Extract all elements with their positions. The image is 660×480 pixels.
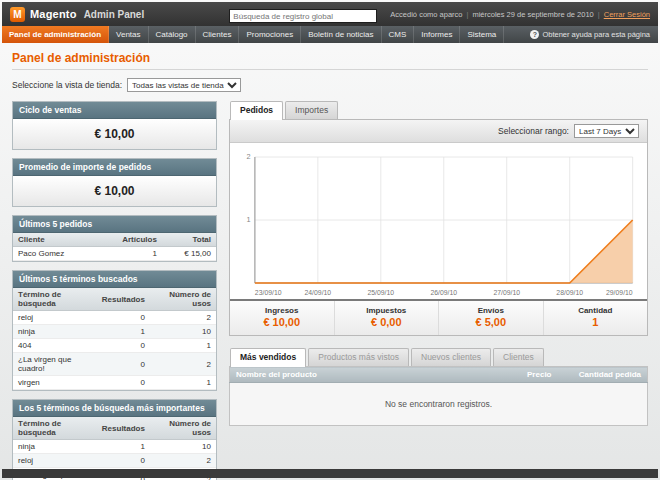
column-header: Precio xyxy=(488,367,558,383)
cell-results: 0 xyxy=(97,454,150,468)
stat-envios: Envíos € 5,00 xyxy=(439,301,544,335)
nav-item-clientes[interactable]: Clientes xyxy=(196,26,240,43)
table-row[interactable]: reloj 0 2 xyxy=(13,454,216,468)
range-bar: Seleccionar rango: Last 7 Days xyxy=(230,120,647,143)
lifetime-sales-value: € 10,00 xyxy=(13,119,216,149)
nav-item-cms[interactable]: CMS xyxy=(382,26,415,43)
nav-item-promociones[interactable]: Promociones xyxy=(239,26,301,43)
cell-uses: 10 xyxy=(150,440,216,454)
cell-term: reloj xyxy=(13,454,97,468)
last-search-table: Término de búsqueda Resultados Número de… xyxy=(13,288,216,390)
header-user-info: Accedió como aparco | miércoles 29 de se… xyxy=(390,10,650,19)
stat-impuestos: Impuestos € 0,00 xyxy=(335,301,440,335)
stat-value: € 10,00 xyxy=(230,316,334,328)
nav-item-dashboard[interactable]: Panel de administración xyxy=(2,26,109,43)
svg-text:24/09/10: 24/09/10 xyxy=(305,289,332,296)
table-row[interactable]: reloj 0 2 xyxy=(13,311,216,325)
global-search-input[interactable] xyxy=(229,9,377,23)
cell-results: 0 xyxy=(97,339,150,353)
column-header: Resultados xyxy=(97,417,150,440)
cell-term: ninja xyxy=(13,325,97,339)
table-row[interactable]: Paco Gomez 1 € 15,00 xyxy=(13,247,216,261)
last-search-card: Últimos 5 términos buscados Término de b… xyxy=(12,270,217,391)
content-area: Panel de administración Seleccione la vi… xyxy=(2,43,658,480)
cell-results: 0 xyxy=(97,311,150,325)
column-header: Número de usos xyxy=(150,288,216,311)
cell-uses: 2 xyxy=(150,311,216,325)
orders-chart: 1223/09/1024/09/1025/09/1026/09/1027/09/… xyxy=(230,143,647,299)
cell-customer: Paco Gomez xyxy=(13,247,96,261)
column-header: Nombre del producto xyxy=(230,367,488,383)
help-icon: ? xyxy=(530,30,539,39)
nav-item-ventas[interactable]: Ventas xyxy=(109,26,148,43)
table-header-row: Término de búsqueda Resultados Número de… xyxy=(13,288,216,311)
cell-uses: 10 xyxy=(150,325,216,339)
cell-results: 0 xyxy=(97,353,150,376)
table-row[interactable]: ninja 1 10 xyxy=(13,440,216,454)
nav-item-catalogo[interactable]: Catálogo xyxy=(149,26,196,43)
last-orders-title: Últimos 5 pedidos xyxy=(13,216,216,233)
totals-row: Ingresos € 10,00 Impuestos € 0,00 Envíos… xyxy=(230,299,647,335)
nav-item-informes[interactable]: Informes xyxy=(414,26,460,43)
orders-chart-panel: Seleccionar rango: Last 7 Days 1223/09/1… xyxy=(229,119,648,336)
cell-term: reloj xyxy=(13,311,97,325)
nav-item-sistema[interactable]: Sistema xyxy=(460,26,504,43)
table-header-row: Cliente Artículos Total xyxy=(13,233,216,247)
orders-chart-svg: 1223/09/1024/09/1025/09/1026/09/1027/09/… xyxy=(238,149,639,299)
column-header: Cliente xyxy=(13,233,96,247)
table-row[interactable]: virgen 0 1 xyxy=(13,376,216,390)
main-nav: Panel de administración Ventas Catálogo … xyxy=(2,26,658,43)
brand-name: Magento xyxy=(30,8,77,20)
cell-results: 1 xyxy=(97,325,150,339)
global-search xyxy=(229,5,377,24)
empty-row: No se encontraron registros. xyxy=(230,383,648,426)
stat-label: Envíos xyxy=(439,306,543,315)
svg-text:1: 1 xyxy=(247,216,251,225)
column-header: Cantidad pedida xyxy=(558,367,648,383)
range-label: Seleccionar rango: xyxy=(498,126,569,136)
tab-nuevos-clientes[interactable]: Nuevos clientes xyxy=(411,348,491,366)
page-title: Panel de administración xyxy=(12,51,648,70)
nav-item-boletin[interactable]: Boletín de noticias xyxy=(301,26,381,43)
cell-results: 0 xyxy=(97,376,150,390)
svg-text:29/09/10: 29/09/10 xyxy=(606,289,633,296)
stat-value: € 5,00 xyxy=(439,316,543,328)
table-header-row: Término de búsqueda Resultados Número de… xyxy=(13,417,216,440)
page-help-link[interactable]: ? Obtener ayuda para esta página xyxy=(522,26,658,43)
dashboard-columns: Ciclo de ventas € 10,00 Promedio de impo… xyxy=(12,101,648,480)
cell-uses: 2 xyxy=(150,454,216,468)
cell-uses: 1 xyxy=(150,376,216,390)
stat-label: Cantidad xyxy=(544,306,648,315)
range-select[interactable]: Last 7 Days xyxy=(574,124,639,138)
column-header: Artículos xyxy=(96,233,162,247)
tab-clientes[interactable]: Clientes xyxy=(493,348,544,366)
tab-pedidos[interactable]: Pedidos xyxy=(230,101,283,120)
last-search-title: Últimos 5 términos buscados xyxy=(13,271,216,288)
separator: | xyxy=(466,10,468,19)
logout-link[interactable]: Cerrar Sesión xyxy=(604,10,650,19)
table-row[interactable]: 404 0 1 xyxy=(13,339,216,353)
cell-items: 1 xyxy=(96,247,162,261)
logged-in-as: Accedió como aparco xyxy=(390,10,462,19)
stat-label: Ingresos xyxy=(230,306,334,315)
last-orders-card: Últimos 5 pedidos Cliente Artículos Tota… xyxy=(12,215,217,262)
store-view-row: Seleccione la vista de tienda: Todas las… xyxy=(12,78,648,92)
current-date: miércoles 29 de septiembre de 2010 xyxy=(472,10,593,19)
lifetime-sales-card: Ciclo de ventas € 10,00 xyxy=(12,101,217,150)
page-help-label: Obtener ayuda para esta página xyxy=(542,30,650,39)
cell-term: ¿La virgen que cuadro! xyxy=(13,353,97,376)
stat-value: € 0,00 xyxy=(335,316,439,328)
last-orders-table: Cliente Artículos Total Paco Gomez 1 € 1… xyxy=(13,233,216,261)
top-header: M Magento Admin Panel Accedió como aparc… xyxy=(2,2,658,26)
svg-text:2: 2 xyxy=(247,153,251,162)
tab-mas-vendidos[interactable]: Más vendidos xyxy=(230,348,306,367)
tab-importes[interactable]: Importes xyxy=(285,101,338,119)
store-view-select[interactable]: Todas las vistas de tienda xyxy=(127,78,241,92)
cell-term: virgen xyxy=(13,376,97,390)
column-header: Término de búsqueda xyxy=(13,417,97,440)
table-row[interactable]: ninja 1 10 xyxy=(13,325,216,339)
diagram-tabs: Pedidos Importes xyxy=(229,101,648,119)
table-row[interactable]: ¿La virgen que cuadro! 0 2 xyxy=(13,353,216,376)
top-search-card: Los 5 términos de búsqueda más important… xyxy=(12,399,217,480)
tab-productos-mas-vistos[interactable]: Productos más vistos xyxy=(308,348,409,366)
